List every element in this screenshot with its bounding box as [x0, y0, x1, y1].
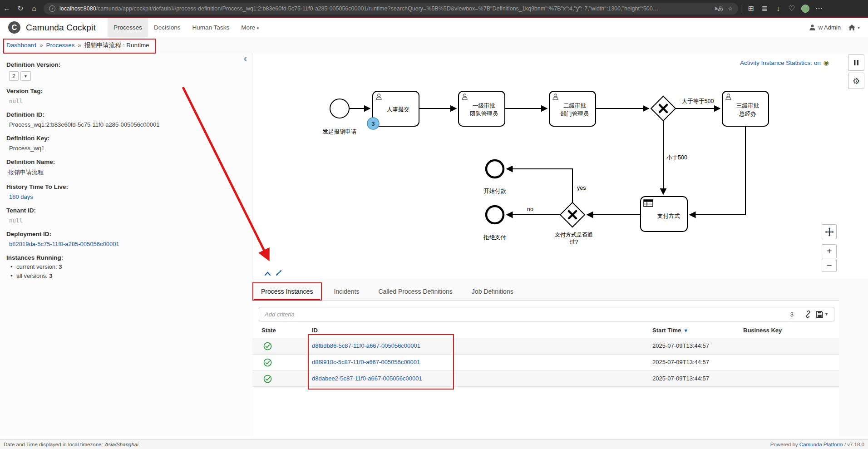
instance-id-link[interactable]: d8fbdb86-5c87-11f0-a667-005056c00001 — [312, 342, 420, 349]
tab-process-instances[interactable]: Process Instances — [254, 283, 320, 300]
table-header-row: State ID Start Time▼ Business Key — [252, 324, 839, 338]
instance-id-link[interactable]: d8dabee2-5c87-11f0-a667-005056c00001 — [312, 375, 422, 382]
business-rule-task-icon — [644, 200, 653, 207]
bpmn-canvas[interactable]: 发起报销申请 人事提交 3 一级审批 团队管理员 二级审批 部门管理员 大于等于… — [252, 53, 868, 279]
back-icon[interactable]: ← — [0, 5, 14, 13]
bpmn-diagram: 发起报销申请 人事提交 3 一级审批 团队管理员 二级审批 部门管理员 大于等于… — [252, 53, 868, 279]
tenant-id-label: Tenant ID: — [6, 207, 246, 214]
breadcrumb-processes[interactable]: Processes — [46, 42, 75, 49]
version-select-dropdown[interactable]: ▼ — [20, 71, 31, 81]
version-tag-value: null — [9, 98, 246, 104]
user-name[interactable]: w Admin — [819, 24, 841, 31]
translate-icon[interactable]: aあ — [715, 5, 723, 12]
collapse-panel-button[interactable] — [264, 270, 271, 278]
result-count: 3 — [790, 311, 794, 318]
url-host: localhost:8080 — [59, 5, 96, 12]
task-level3-label-line1: 三级审批 — [736, 103, 759, 109]
search-criteria-bar[interactable]: 3 ▼ — [259, 307, 834, 321]
task-level2-label-line1: 二级审批 — [563, 103, 586, 109]
instances-all-versions: all versions: 3 — [16, 272, 246, 279]
zoom-out-button[interactable]: − — [822, 259, 837, 272]
chevron-down-icon: ▾ — [257, 26, 259, 30]
end-event-start-payment[interactable] — [486, 160, 503, 178]
chevron-down-icon[interactable]: ▾ — [858, 25, 860, 30]
instances-running-label: Instances Running: — [6, 254, 246, 261]
collections-icon[interactable]: ⊞ — [744, 4, 758, 13]
diagram-settings-button[interactable]: ⚙ — [848, 73, 864, 89]
bookmark-star-icon[interactable]: ☆ — [728, 5, 733, 12]
chevron-down-icon: ▼ — [824, 312, 829, 316]
table-row[interactable]: d8f9918c-5c87-11f0-a667-005056c00001 202… — [252, 354, 839, 370]
minus-icon: − — [827, 260, 832, 271]
powered-by: Powered by Camunda Platform / v7.18.0 — [770, 442, 864, 447]
zoom-in-button[interactable]: + — [822, 244, 837, 258]
task-payment-method-label: 支付方式 — [657, 213, 681, 219]
definition-key-value: Process_wq1 — [9, 145, 246, 152]
edge-label-lt500: 小于500 — [666, 154, 687, 161]
search-input[interactable] — [259, 311, 790, 318]
toolbar-divider — [741, 5, 741, 13]
activity-instance-statistics-toggle[interactable]: Activity Instance Statistics: on◉ — [740, 59, 829, 66]
breadcrumb-separator: » — [78, 42, 82, 49]
tab-incidents[interactable]: Incidents — [326, 283, 366, 300]
browser-profile-avatar[interactable] — [801, 5, 809, 13]
refresh-icon[interactable]: ↻ — [14, 4, 27, 13]
breadcrumb-dashboard[interactable]: Dashboard — [6, 42, 36, 49]
site-info-icon[interactable]: i — [49, 5, 55, 12]
gear-icon: ⚙ — [853, 76, 860, 86]
tab-job-definitions[interactable]: Job Definitions — [464, 283, 521, 300]
pause-icon — [853, 59, 859, 66]
home-menu-icon[interactable] — [848, 24, 856, 31]
breadcrumb-separator: » — [39, 42, 43, 49]
edge-label-gte500: 大于等于500 — [682, 98, 714, 104]
camunda-platform-link[interactable]: Camunda Platform — [799, 442, 843, 447]
definition-name-value: 报销申请流程 — [8, 168, 246, 177]
copy-link-icon[interactable] — [804, 311, 812, 318]
instances-current-version: current version: 3 — [16, 263, 246, 270]
nav-tab-human-tasks[interactable]: Human Tasks — [187, 18, 236, 37]
header-start-time[interactable]: Start Time▼ — [652, 327, 688, 334]
address-bar[interactable]: i localhost:8080/camunda/app/cockpit/def… — [44, 3, 738, 15]
end-event-reject-payment[interactable] — [486, 206, 503, 223]
table-row[interactable]: d8fbdb86-5c87-11f0-a667-005056c00001 202… — [252, 338, 839, 354]
chevron-down-icon: ▼ — [24, 74, 28, 79]
footer: Date and Time displayed in local timezon… — [0, 439, 868, 449]
header-id[interactable]: ID — [312, 327, 318, 334]
user-icon — [809, 24, 816, 31]
flow-task4-to-task5 — [690, 127, 745, 215]
history-ttl-value[interactable]: 180 days — [9, 193, 246, 200]
edge-label-yes: yes — [577, 185, 586, 191]
table-row[interactable]: d8dabee2-5c87-11f0-a667-005056c00001 202… — [252, 370, 839, 387]
flow-gateway2-yes — [507, 169, 572, 202]
task-level3-label-line2: 总经办 — [739, 111, 756, 117]
definition-sidebar: Definition Version: 2 ▼ Version Tag: nul… — [0, 53, 252, 439]
expand-panel-button[interactable] — [276, 270, 282, 278]
pause-live-updates-button[interactable] — [848, 54, 864, 71]
reset-viewport-button[interactable] — [822, 224, 837, 239]
nav-tab-processes[interactable]: Processes — [108, 18, 148, 37]
app-title: Camunda Cockpit — [26, 23, 96, 33]
downloads-icon[interactable]: ↓ — [771, 5, 785, 13]
move-crosshair-icon — [825, 227, 834, 237]
tab-called-process-definitions[interactable]: Called Process Definitions — [371, 283, 459, 300]
process-instances-panel: 3 ▼ State ID Start Time▼ Business Key d8… — [252, 301, 839, 437]
nav-tab-decisions[interactable]: Decisions — [148, 18, 187, 37]
browser-essentials-icon[interactable]: ♡ — [785, 4, 799, 13]
start-event[interactable] — [330, 99, 349, 118]
header-business-key[interactable]: Business Key — [743, 327, 782, 334]
browser-chrome: ← ↻ ⌂ i localhost:8080/camunda/app/cockp… — [0, 0, 868, 17]
home-icon[interactable]: ⌂ — [27, 5, 41, 13]
breadcrumb-current: 报销申请流程 : Runtime — [84, 41, 149, 49]
version-select-value[interactable]: 2 — [9, 71, 19, 81]
browser-menu-icon[interactable]: ⋯ — [812, 4, 826, 13]
deployment-id-value[interactable]: b82819da-5c75-11f0-a285-005056c00001 — [9, 241, 246, 247]
task-level1-label-line2: 团队管理员 — [470, 111, 498, 117]
reading-list-icon[interactable]: ≣ — [758, 4, 771, 13]
save-search-icon[interactable]: ▼ — [816, 311, 829, 318]
definition-id-value: Process_wq1:2:b83e60fd-5c75-11f0-a285-00… — [9, 121, 246, 128]
instance-id-link[interactable]: d8f9918c-5c87-11f0-a667-005056c00001 — [312, 359, 420, 365]
task-level1-label-line1: 一级审批 — [473, 103, 495, 109]
nav-tab-more[interactable]: More ▾ — [235, 18, 265, 37]
state-completed-icon — [263, 375, 272, 385]
sidebar-collapse-icon[interactable]: ‹ — [244, 54, 247, 63]
